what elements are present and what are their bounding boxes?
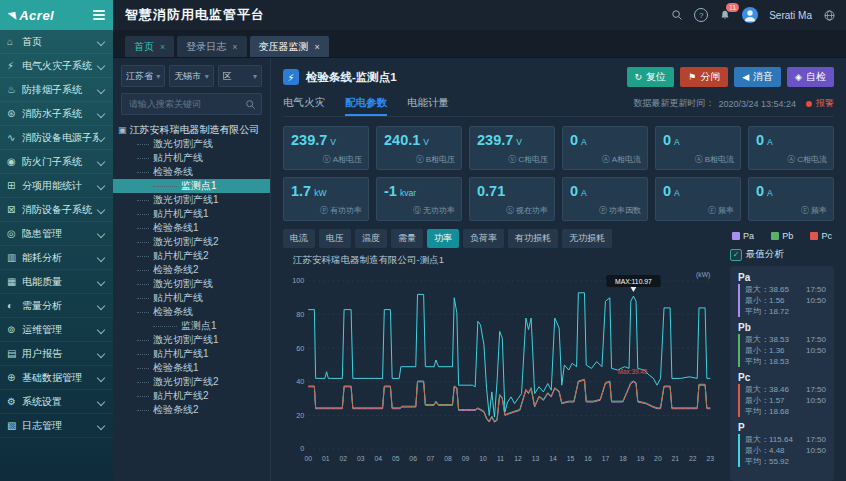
region-select-2[interactable]: 无锡市▾ [169,65,213,87]
tree-node[interactable]: 监测点1 [113,319,270,333]
tree-node[interactable]: 贴片机产线1 [113,347,270,361]
stat-group-name: P [738,422,826,433]
device-action-4[interactable]: ◈自检 [787,67,834,87]
user-avatar[interactable] [742,7,758,23]
chevron-down-icon [97,85,105,93]
chart-tab-6[interactable]: 负荷率 [463,229,504,248]
device-action-2[interactable]: ⚑分闸 [680,67,728,87]
tree-node[interactable]: 检验条线1 [113,221,270,235]
tree-node[interactable]: 检验条线2 [113,263,270,277]
param-tab-2[interactable]: 配电参数 [345,91,387,116]
legend-item-Pc[interactable]: Pc [810,231,832,241]
tree-node-selected[interactable]: 监测点1 [113,179,270,193]
power-trend-chart[interactable]: 0204060801000001020304050607080910111213… [283,269,722,465]
svg-text:18: 18 [619,455,627,462]
stat-row-avg: 平均：18.68 [745,406,826,417]
chart-tab-5[interactable]: 功率 [427,229,459,248]
sidebar-item-13[interactable]: ⊚运维管理 [0,318,113,342]
sidebar-item-1[interactable]: ⌂首页 [0,30,113,54]
chart-tab-2[interactable]: 电压 [319,229,351,248]
tree-node[interactable]: 贴片机产线 [113,291,270,305]
tree-root-node[interactable]: ▣江苏安科瑞电器制造有限公司 [113,123,270,137]
svg-text:20: 20 [296,411,304,420]
svg-text:19: 19 [637,455,645,462]
tree-node-label: 贴片机产线 [153,292,203,303]
sidebar-item-11[interactable]: ▦电能质量 [0,270,113,294]
stat-rows: 最大：38.4617:50最小：1.5710:50平均：18.68 [738,384,826,417]
smoke-exhaust-icon: ♨ [7,84,22,95]
metric-label-row: ⓋB相电压 [416,154,455,165]
device-actions: ↻复位⚑分闸◀消音◈自检 [627,67,834,87]
legend-label: Pc [821,231,832,241]
sidebar-item-9[interactable]: ◎隐患管理 [0,222,113,246]
tree-node[interactable]: 激光切割产线1 [113,193,270,207]
tree-node[interactable]: 激光切割产线 [113,277,270,291]
tree-node[interactable]: 贴片机产线 [113,151,270,165]
sidebar-item-7[interactable]: ⊞分项用能统计 [0,174,113,198]
tree-node[interactable]: 激光切割产线2 [113,375,270,389]
sidebar-item-15[interactable]: ⊕基础数据管理 [0,366,113,390]
sidebar-item-17[interactable]: ▧日志管理 [0,414,113,438]
device-action-1[interactable]: ↻复位 [627,67,675,87]
sidebar-item-14[interactable]: ▤用户报告 [0,342,113,366]
metric-unit: kvar [400,188,416,198]
region-select-1[interactable]: 江苏省▾ [121,65,165,87]
sidebar-item-6[interactable]: ◉防火门子系统 [0,150,113,174]
tab-close-icon[interactable]: × [232,42,237,52]
notification-bell-icon[interactable]: 11 [719,9,731,22]
user-name[interactable]: Serati Ma [769,10,812,21]
legend-item-Pa[interactable]: Pa [732,231,754,241]
region-select-3[interactable]: 区▾ [218,65,262,87]
tab-close-icon[interactable]: × [160,42,165,52]
sidebar-item-3[interactable]: ♨防排烟子系统 [0,78,113,102]
sidebar-item-label: 系统设置 [22,395,98,409]
tree-node[interactable]: 检验条线2 [113,403,270,417]
metric-card: 0AⒶC相电流 [748,126,834,170]
stat-value: 4.48 [769,446,785,455]
help-icon[interactable]: ? [694,8,708,22]
param-tab-3[interactable]: 电能计量 [407,91,449,116]
tree-node[interactable]: 检验条线 [113,305,270,319]
sidebar-item-8[interactable]: ⊠消防设备子系统 [0,198,113,222]
tree-node[interactable]: 激光切割产线1 [113,333,270,347]
tab-3[interactable]: 变压器监测× [250,36,329,57]
max-analysis-checkbox[interactable]: ✓ 最值分析 [730,248,834,261]
search-icon[interactable] [671,9,683,21]
search-input[interactable] [127,98,245,110]
sidebar-item-12[interactable]: ◐需量分析 [0,294,113,318]
tree-node[interactable]: 贴片机产线2 [113,249,270,263]
tree-node[interactable]: 贴片机产线2 [113,389,270,403]
menu-toggle-icon[interactable] [93,10,105,20]
sidebar-item-2[interactable]: ⚡电气火灾子系统 [0,54,113,78]
search-icon[interactable] [245,99,256,110]
chart-tab-8[interactable]: 无功损耗 [562,229,612,248]
tree-node[interactable]: 贴片机产线1 [113,207,270,221]
tree-node[interactable]: 激光切割产线 [113,137,270,151]
tree-node[interactable]: 激光切割产线2 [113,235,270,249]
chart-tab-1[interactable]: 电流 [283,229,315,248]
chart-tab-4[interactable]: 需量 [391,229,423,248]
tab-2[interactable]: 登录日志× [177,36,246,57]
sidebar-item-16[interactable]: ⚙系统设置 [0,390,113,414]
acrel-logo: ◥Acrel [8,8,54,23]
svg-text:08: 08 [444,455,452,462]
device-action-3[interactable]: ◀消音 [734,67,781,87]
metric-type-icon: Ⓐ [695,154,703,165]
legend-item-Pb[interactable]: Pb [771,231,793,241]
tree-node[interactable]: 检验条线 [113,165,270,179]
metric-type-icon: Ⓠ [413,205,421,216]
chart-tab-3[interactable]: 温度 [355,229,387,248]
param-tab-1[interactable]: 电气火灾 [283,91,325,116]
chart-tab-7[interactable]: 有功损耗 [508,229,558,248]
language-globe-icon[interactable] [823,9,836,22]
chart-legend: PaPbPc [730,231,834,241]
tree-node-label: 监测点1 [181,180,217,191]
tree-node[interactable]: 检验条线1 [113,361,270,375]
sidebar-item-4[interactable]: ⊛消防水子系统 [0,102,113,126]
sidebar-item-10[interactable]: ▥能耗分析 [0,246,113,270]
sidebar-item-5[interactable]: ∿消防设备电源子系统 [0,126,113,150]
topbar: 智慧消防用电监管平台 ? 11 Serati Ma [113,0,846,30]
system-settings-icon: ⚙ [7,396,22,407]
tab-1[interactable]: 首页× [125,36,174,57]
tab-close-icon[interactable]: × [315,42,320,52]
